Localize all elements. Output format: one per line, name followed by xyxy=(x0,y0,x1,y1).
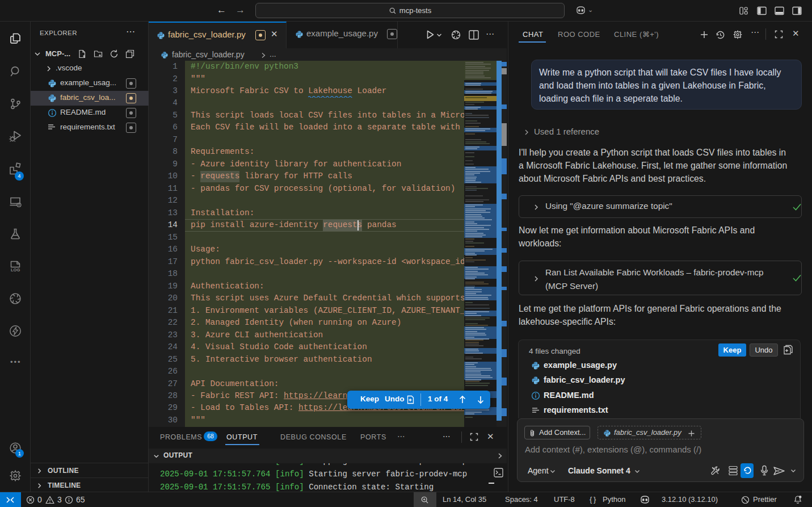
svg-text:LOG: LOG xyxy=(11,267,20,273)
